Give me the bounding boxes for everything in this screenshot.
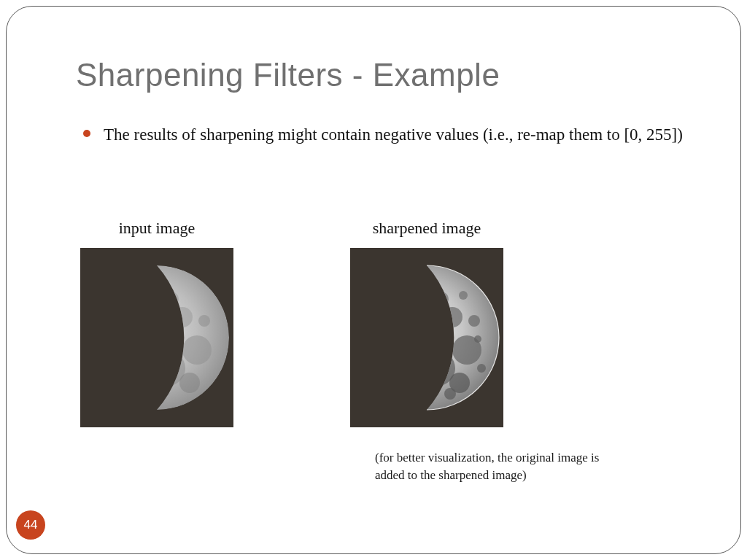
- svg-point-4: [179, 373, 200, 393]
- svg-point-18: [444, 388, 456, 400]
- input-image-caption: input image: [119, 219, 195, 238]
- svg-point-21: [474, 335, 481, 343]
- input-image: [80, 248, 233, 427]
- image-comparison-row: input image: [80, 219, 681, 427]
- moon-icon: [80, 248, 233, 427]
- sharpened-image: [350, 248, 503, 427]
- svg-point-7: [164, 292, 179, 306]
- svg-point-16: [477, 364, 486, 373]
- bullet-icon: [83, 130, 90, 137]
- svg-point-5: [136, 315, 163, 341]
- input-image-column: input image: [80, 219, 233, 427]
- sharpened-image-column: sharpened image: [350, 219, 503, 427]
- svg-point-2: [182, 335, 212, 365]
- footnote-text: (for better visualization, the original …: [375, 449, 616, 484]
- bullet-text: The results of sharpening might contain …: [104, 122, 683, 147]
- svg-point-20: [418, 374, 428, 384]
- svg-point-14: [468, 315, 480, 327]
- svg-point-0: [85, 265, 229, 410]
- svg-point-13: [406, 315, 433, 341]
- svg-point-15: [434, 292, 449, 306]
- page-number-badge: 44: [16, 510, 45, 540]
- svg-point-6: [198, 315, 210, 327]
- bullet-item: The results of sharpening might contain …: [83, 122, 689, 147]
- slide-title: Sharpening Filters - Example: [76, 57, 500, 93]
- moon-sharp-icon: [350, 248, 503, 427]
- svg-point-9: [442, 307, 462, 327]
- svg-point-1: [172, 307, 193, 327]
- svg-point-19: [459, 291, 468, 300]
- svg-point-17: [426, 346, 435, 354]
- sharpened-image-caption: sharpened image: [373, 219, 481, 238]
